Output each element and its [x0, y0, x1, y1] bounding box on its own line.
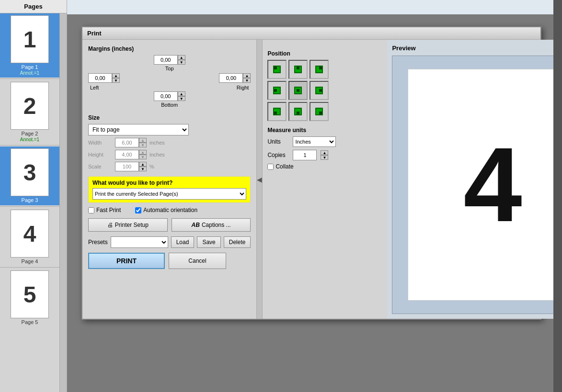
margin-left-label: Left	[90, 85, 99, 90]
delete-button[interactable]: Delete	[224, 236, 251, 248]
width-up[interactable]: ▲	[139, 138, 147, 143]
margin-top-group: ▲ ▼	[154, 55, 185, 65]
copies-down[interactable]: ▼	[321, 155, 328, 160]
auto-orientation-checkbox[interactable]	[135, 207, 141, 213]
sidebar-item-page5[interactable]: 5 Page 5	[0, 269, 59, 327]
margin-left-up[interactable]: ▲	[112, 73, 120, 78]
width-spinner[interactable]: ▲ ▼	[139, 138, 147, 147]
captions-label: Captions ...	[202, 222, 231, 228]
print-question: What would you like to print?	[92, 179, 246, 186]
margin-right-input[interactable]	[219, 73, 243, 83]
margin-top-down[interactable]: ▼	[178, 60, 185, 65]
pos-btn-bc[interactable]	[288, 102, 308, 121]
scale-down[interactable]: ▼	[139, 167, 147, 171]
main-area: Print Margins (inches) ▲ ▼	[67, 0, 562, 392]
printer-setup-button[interactable]: 🖨 Printer Setup	[88, 218, 168, 232]
margin-bottom-down[interactable]: ▼	[178, 96, 185, 101]
width-row: Width ▲ ▼ inches	[88, 138, 251, 147]
pos-btn-tl[interactable]	[267, 60, 287, 79]
scale-spinner[interactable]: ▲ ▼	[139, 162, 147, 171]
margin-lr-labels: Left Right	[88, 85, 251, 90]
margin-top-input[interactable]	[154, 55, 178, 65]
copies-up[interactable]: ▲	[321, 150, 328, 155]
captions-button[interactable]: AB Captions ...	[172, 218, 251, 232]
position-label: Position	[267, 50, 377, 57]
preview-panel: Preview 4	[387, 40, 562, 319]
pos-indicator-mc	[294, 87, 302, 94]
right-edge-handle[interactable]	[553, 0, 562, 392]
position-grid	[267, 60, 377, 121]
presets-row: Presets Load Save Delete	[88, 236, 251, 248]
size-dropdown[interactable]: Fit to page Custom Letter A4	[88, 124, 189, 135]
units-select[interactable]: Inches Centimeters Millimeters	[293, 136, 336, 147]
dialog-left-panel: Margins (inches) ▲ ▼ Top	[82, 40, 256, 319]
units-section: Measure units Units Inches Centimeters M…	[267, 127, 382, 170]
pos-btn-br[interactable]	[310, 102, 329, 121]
save-button[interactable]: Save	[197, 236, 220, 248]
margin-right-spinner[interactable]: ▲ ▼	[243, 73, 251, 83]
pos-btn-mr[interactable]	[310, 81, 329, 100]
pos-indicator-bc	[294, 108, 302, 115]
margin-top-up[interactable]: ▲	[178, 55, 185, 60]
scale-input-group: ▲ ▼	[115, 162, 147, 171]
sidebar-item-page1[interactable]: 1 Page 1 Annot.=1	[0, 13, 59, 78]
height-up[interactable]: ▲	[139, 150, 147, 155]
page-thumbnail-5: 5	[11, 270, 49, 318]
copies-spinner[interactable]: ▲ ▼	[321, 150, 328, 160]
preview-page: 4	[408, 69, 562, 301]
height-spinner[interactable]: ▲ ▼	[139, 150, 147, 159]
page-thumbnail-1: 1	[11, 15, 49, 63]
fast-print-checkbox[interactable]	[88, 207, 94, 213]
page-label-4: Page 4	[22, 258, 38, 264]
margin-right-down[interactable]: ▼	[243, 78, 251, 83]
presets-select[interactable]	[111, 236, 168, 248]
margin-left-spinner[interactable]: ▲ ▼	[112, 73, 120, 83]
cancel-button[interactable]: Cancel	[169, 253, 226, 269]
scale-input[interactable]	[115, 162, 139, 171]
sidebar-scrollbar[interactable]	[59, 13, 67, 392]
size-label: Size	[88, 114, 251, 121]
print-button[interactable]: PRINT	[88, 253, 165, 269]
height-label: Height	[88, 152, 112, 157]
margin-left-group: ▲ ▼	[88, 73, 120, 83]
margin-top-spinner[interactable]: ▲ ▼	[178, 55, 185, 65]
print-select[interactable]: Print the currently Selected Page(s) Pri…	[92, 188, 246, 200]
width-down[interactable]: ▼	[139, 143, 147, 147]
margin-right-group: ▲ ▼	[219, 73, 251, 83]
sidebar-item-page4[interactable]: 4 Page 4	[0, 208, 59, 266]
dialog-splitter[interactable]: ◀	[256, 40, 263, 319]
collate-checkbox[interactable]	[267, 164, 274, 170]
copies-input[interactable]	[293, 150, 317, 160]
dialog-body: Margins (inches) ▲ ▼ Top	[82, 40, 540, 319]
sidebar-item-page2[interactable]: 2 Page 2 Annot.=1	[0, 80, 59, 144]
margin-left-down[interactable]: ▼	[112, 78, 120, 83]
scale-label: Scale	[88, 164, 112, 169]
height-input[interactable]	[115, 150, 139, 159]
load-button[interactable]: Load	[171, 236, 195, 248]
pos-btn-tr[interactable]	[310, 60, 329, 79]
preview-title: Preview	[392, 45, 562, 52]
width-label: Width	[88, 140, 112, 146]
size-section: Size Fit to page Custom Letter A4 Width	[88, 114, 251, 171]
sidebar-item-page3[interactable]: 3 Page 3	[0, 146, 59, 205]
bottom-buttons: PRINT Cancel	[88, 253, 251, 269]
scale-up[interactable]: ▲	[139, 162, 147, 167]
pos-indicator-tl	[273, 66, 281, 73]
height-down[interactable]: ▼	[139, 155, 147, 159]
margin-left-input[interactable]	[88, 73, 112, 83]
margin-right-up[interactable]: ▲	[243, 73, 251, 78]
auto-orientation-item: Automatic orientation	[135, 207, 197, 213]
margin-bottom-up[interactable]: ▲	[178, 91, 185, 96]
pos-btn-ml[interactable]	[267, 81, 287, 100]
margin-bottom-input[interactable]	[154, 91, 178, 101]
width-input[interactable]	[115, 138, 139, 147]
presets-label: Presets	[88, 239, 108, 246]
pos-btn-tc[interactable]	[288, 60, 308, 79]
margin-bottom-spinner[interactable]: ▲ ▼	[178, 91, 185, 101]
pos-indicator-br	[315, 108, 323, 115]
pos-btn-bl[interactable]	[267, 102, 287, 121]
pos-btn-mc[interactable]	[288, 81, 308, 100]
fast-print-label: Fast Print	[96, 207, 121, 213]
units-row: Units Inches Centimeters Millimeters	[267, 136, 382, 147]
sidebar-header: Pages	[0, 0, 67, 13]
